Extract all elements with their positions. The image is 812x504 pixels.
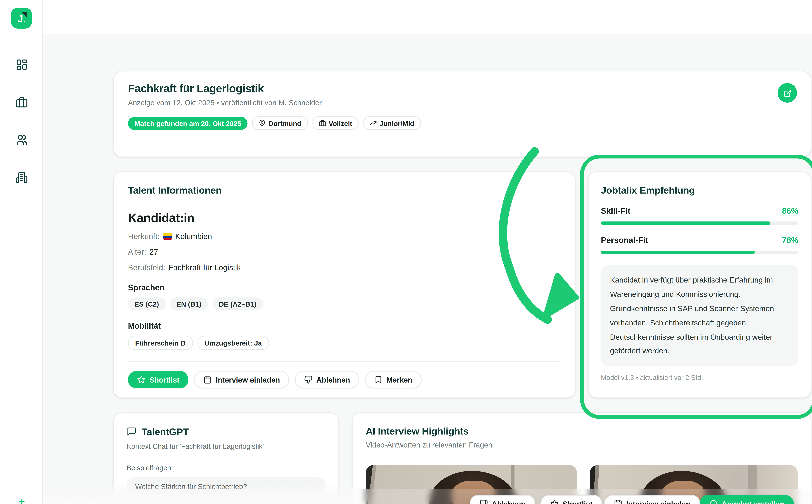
- bottom-action-bar: Ablehnen Shortlist Interview einladen An…: [0, 495, 812, 504]
- match-badge: Match gefunden am 20. Okt 2025: [128, 117, 248, 130]
- sidebar-item-companies[interactable]: [10, 166, 32, 188]
- field-origin: Herkunft: Kolumbien: [128, 232, 561, 241]
- invite-interview-button-bottom[interactable]: Interview einladen: [604, 495, 700, 504]
- building-icon: [15, 171, 28, 183]
- brand-logo[interactable]: J.: [11, 8, 32, 29]
- bookmark-button[interactable]: Merken: [365, 371, 422, 388]
- job-tag-label: Junior/Mid: [380, 119, 414, 127]
- button-label: Merken: [387, 376, 412, 384]
- users-icon: [15, 133, 28, 146]
- ai-interview-title: AI Interview Highlights: [366, 425, 798, 436]
- job-tag-label: Vollzeit: [329, 119, 352, 127]
- metric-value: 78%: [782, 236, 798, 245]
- button-label: Shortlist: [149, 376, 179, 384]
- ai-interview-subtitle: Video-Antworten zu relevanten Fragen: [366, 441, 798, 449]
- recommendation-summary: Kandidat:in verfügt über praktische Erfa…: [601, 265, 798, 366]
- language-chip: DE (A2–B1): [212, 297, 263, 310]
- button-label: Ablehnen: [492, 500, 526, 504]
- shortlist-button[interactable]: Shortlist: [128, 371, 189, 388]
- reject-button-bottom[interactable]: Ablehnen: [470, 495, 535, 504]
- star-icon: [137, 375, 146, 384]
- field-value: Fachkraft für Logistik: [169, 263, 241, 272]
- button-label: Interview einladen: [626, 500, 690, 504]
- field-profession: Berufsfeld: Fachkraft für Logistik: [128, 263, 561, 272]
- metric-value: 86%: [782, 207, 798, 216]
- metric-label: Personal-Fit: [601, 236, 648, 245]
- open-job-posting-button[interactable]: [778, 83, 797, 103]
- star-icon: [550, 499, 559, 504]
- briefcase-icon: [319, 120, 326, 127]
- talent-info-card: Talent Informationen Kandidat:in Herkunf…: [113, 171, 576, 398]
- mobility-chips: Führerschein B Umzugsbereit: Ja: [128, 336, 561, 350]
- invite-interview-button[interactable]: Interview einladen: [194, 371, 289, 388]
- progress-track: [601, 221, 798, 225]
- metric-personal-fit: Personal-Fit 78%: [601, 236, 798, 254]
- sidebar: J.: [0, 0, 43, 504]
- recommendation-card: Jobtalix Empfehlung Skill-Fit 86% Person…: [588, 171, 811, 398]
- progress-fill: [601, 221, 771, 225]
- talentgpt-title: TalentGPT: [142, 426, 189, 437]
- language-chips: ES (C2) EN (B1) DE (A2–B1): [128, 297, 561, 310]
- field-label: Alter:: [128, 247, 146, 257]
- job-tag-location: Dortmund: [252, 116, 308, 130]
- recommendation-footer: Model v1.3 • aktualisiert vor 2 Std.: [601, 374, 798, 381]
- circle-icon: [709, 499, 718, 504]
- button-label: Angebot erstellen: [722, 500, 784, 504]
- job-title: Fachkraft für Lagerlogistik: [128, 82, 796, 95]
- chat-bubble-icon: [127, 427, 136, 436]
- recommendation-title: Jobtalix Empfehlung: [601, 184, 798, 195]
- job-card: Fachkraft für Lagerlogistik Anzeige vom …: [113, 71, 811, 157]
- calendar-icon: [614, 499, 622, 504]
- progress-fill: [601, 251, 755, 254]
- languages-title: Sprachen: [128, 283, 561, 292]
- job-badges: Match gefunden am 20. Okt 2025 Dortmund …: [128, 116, 796, 130]
- colombia-flag-icon: [163, 233, 172, 240]
- dashboard-icon: [15, 58, 28, 70]
- reject-button[interactable]: Ablehnen: [295, 371, 359, 388]
- language-chip: ES (C2): [128, 297, 165, 310]
- candidate-heading: Kandidat:in: [128, 211, 561, 225]
- top-header: MS: [43, 0, 812, 34]
- mobility-title: Mobilität: [128, 321, 561, 331]
- metric-label: Skill-Fit: [601, 207, 630, 216]
- bookmark-icon: [374, 375, 383, 384]
- example-questions-label: Beispielfragen:: [127, 464, 325, 472]
- sidebar-nav: [0, 53, 43, 188]
- sidebar-item-jobs[interactable]: [10, 91, 32, 113]
- field-label: Berufsfeld:: [128, 263, 165, 272]
- job-tag-seniority: Junior/Mid: [363, 116, 421, 130]
- job-tag-label: Dortmund: [268, 119, 301, 127]
- talentgpt-card: TalentGPT Kontext Chat für 'Fachkraft fü…: [113, 412, 339, 504]
- field-age: Alter: 27: [128, 247, 561, 257]
- field-value: 27: [149, 247, 158, 257]
- job-tag-employment: Vollzeit: [312, 116, 359, 130]
- button-label: Shortlist: [563, 500, 593, 504]
- field-value: Kolumbien: [175, 232, 212, 241]
- example-question[interactable]: Welche Stärken für Schichtbetrieb?: [127, 477, 325, 495]
- divider: [128, 361, 561, 362]
- map-pin-icon: [259, 120, 266, 127]
- button-label: Interview einladen: [216, 376, 280, 384]
- talentgpt-subtitle: Kontext Chat für 'Fachkraft für Lagerlog…: [127, 442, 325, 450]
- talent-actions: Shortlist Interview einladen Ablehnen Me…: [128, 371, 561, 388]
- trending-up-icon: [370, 120, 377, 127]
- thumbs-down-icon: [304, 375, 312, 384]
- mobility-chip: Umzugsbereit: Ja: [197, 336, 269, 350]
- progress-track: [601, 251, 798, 254]
- sidebar-item-dashboard[interactable]: [10, 53, 32, 75]
- metric-skill-fit: Skill-Fit 86%: [601, 207, 798, 225]
- shortlist-button-bottom[interactable]: Shortlist: [540, 495, 602, 504]
- create-offer-button[interactable]: Angebot erstellen: [700, 495, 794, 504]
- job-meta: Anzeige vom 12. Okt 2025 • veröffentlich…: [128, 99, 796, 107]
- external-link-icon: [783, 89, 792, 97]
- field-label: Herkunft:: [128, 232, 160, 241]
- thumbs-down-icon: [479, 499, 488, 504]
- sidebar-item-talents[interactable]: [10, 129, 32, 151]
- button-label: Ablehnen: [316, 376, 350, 384]
- language-chip: EN (B1): [170, 297, 208, 310]
- talentgpt-header: TalentGPT: [127, 426, 325, 437]
- calendar-icon: [203, 375, 212, 384]
- app-root: MS J.: [0, 0, 812, 504]
- mobility-chip: Führerschein B: [128, 336, 193, 350]
- briefcase-icon: [15, 96, 28, 108]
